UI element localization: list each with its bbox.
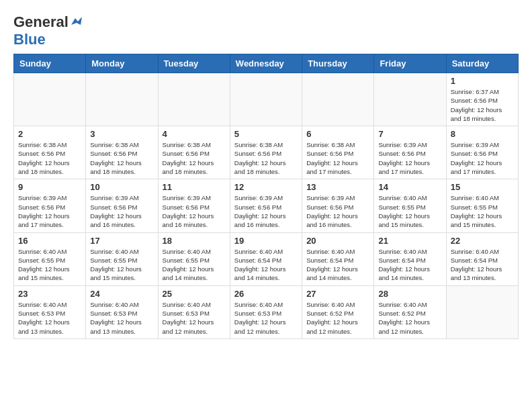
day-number: 2 [18, 129, 81, 139]
day-info: Sunrise: 6:40 AM Sunset: 6:53 PM Dayligh… [90, 300, 153, 336]
calendar-week-row: 23Sunrise: 6:40 AM Sunset: 6:53 PM Dayli… [14, 285, 519, 338]
calendar-cell [302, 73, 374, 126]
day-info: Sunrise: 6:38 AM Sunset: 6:56 PM Dayligh… [306, 140, 369, 176]
calendar-cell [86, 73, 158, 126]
day-info: Sunrise: 6:40 AM Sunset: 6:55 PM Dayligh… [163, 247, 226, 283]
calendar-cell: 25Sunrise: 6:40 AM Sunset: 6:53 PM Dayli… [158, 285, 230, 338]
day-number: 17 [90, 236, 153, 246]
day-number: 1 [451, 76, 514, 86]
day-info: Sunrise: 6:39 AM Sunset: 6:56 PM Dayligh… [18, 193, 81, 229]
calendar-cell [158, 73, 230, 126]
day-info: Sunrise: 6:39 AM Sunset: 6:56 PM Dayligh… [451, 140, 514, 176]
day-number: 18 [163, 236, 226, 246]
day-info: Sunrise: 6:40 AM Sunset: 6:54 PM Dayligh… [378, 247, 441, 283]
day-number: 28 [378, 289, 441, 299]
day-info: Sunrise: 6:39 AM Sunset: 6:56 PM Dayligh… [163, 193, 226, 229]
day-info: Sunrise: 6:38 AM Sunset: 6:56 PM Dayligh… [234, 140, 298, 176]
calendar-cell: 4Sunrise: 6:38 AM Sunset: 6:56 PM Daylig… [158, 126, 230, 179]
calendar-cell: 24Sunrise: 6:40 AM Sunset: 6:53 PM Dayli… [86, 285, 158, 338]
calendar-week-row: 1Sunrise: 6:37 AM Sunset: 6:56 PM Daylig… [14, 73, 519, 126]
calendar-cell [14, 73, 86, 126]
day-number: 4 [163, 129, 226, 139]
svg-marker-0 [71, 17, 82, 25]
calendar-header-monday: Monday [86, 54, 158, 73]
day-number: 12 [234, 182, 298, 192]
day-info: Sunrise: 6:38 AM Sunset: 6:56 PM Dayligh… [90, 140, 153, 176]
calendar: SundayMondayTuesdayWednesdayThursdayFrid… [13, 54, 519, 339]
calendar-header-tuesday: Tuesday [158, 54, 230, 73]
calendar-cell: 27Sunrise: 6:40 AM Sunset: 6:52 PM Dayli… [302, 285, 374, 338]
logo: General Blue [13, 13, 83, 48]
calendar-cell: 19Sunrise: 6:40 AM Sunset: 6:54 PM Dayli… [230, 232, 302, 285]
day-info: Sunrise: 6:38 AM Sunset: 6:56 PM Dayligh… [163, 140, 226, 176]
calendar-week-row: 16Sunrise: 6:40 AM Sunset: 6:55 PM Dayli… [14, 232, 519, 285]
day-info: Sunrise: 6:39 AM Sunset: 6:56 PM Dayligh… [234, 193, 298, 229]
calendar-cell: 12Sunrise: 6:39 AM Sunset: 6:56 PM Dayli… [230, 179, 302, 232]
calendar-cell: 7Sunrise: 6:39 AM Sunset: 6:56 PM Daylig… [374, 126, 446, 179]
day-info: Sunrise: 6:40 AM Sunset: 6:54 PM Dayligh… [234, 247, 298, 283]
calendar-week-row: 2Sunrise: 6:38 AM Sunset: 6:56 PM Daylig… [14, 126, 519, 179]
calendar-cell [230, 73, 302, 126]
day-number: 26 [234, 289, 298, 299]
calendar-cell: 17Sunrise: 6:40 AM Sunset: 6:55 PM Dayli… [86, 232, 158, 285]
calendar-cell: 3Sunrise: 6:38 AM Sunset: 6:56 PM Daylig… [86, 126, 158, 179]
calendar-cell: 14Sunrise: 6:40 AM Sunset: 6:55 PM Dayli… [374, 179, 446, 232]
day-info: Sunrise: 6:40 AM Sunset: 6:53 PM Dayligh… [234, 300, 298, 336]
day-number: 16 [18, 236, 81, 246]
day-info: Sunrise: 6:40 AM Sunset: 6:55 PM Dayligh… [90, 247, 153, 283]
calendar-cell: 28Sunrise: 6:40 AM Sunset: 6:52 PM Dayli… [374, 285, 446, 338]
calendar-cell: 22Sunrise: 6:40 AM Sunset: 6:54 PM Dayli… [446, 232, 518, 285]
day-number: 23 [18, 289, 81, 299]
day-info: Sunrise: 6:40 AM Sunset: 6:54 PM Dayligh… [451, 247, 514, 283]
calendar-cell: 21Sunrise: 6:40 AM Sunset: 6:54 PM Dayli… [374, 232, 446, 285]
calendar-cell: 10Sunrise: 6:39 AM Sunset: 6:56 PM Dayli… [86, 179, 158, 232]
logo-general: General [13, 13, 69, 31]
day-number: 5 [234, 129, 298, 139]
calendar-cell: 5Sunrise: 6:38 AM Sunset: 6:56 PM Daylig… [230, 126, 302, 179]
calendar-cell: 1Sunrise: 6:37 AM Sunset: 6:56 PM Daylig… [446, 73, 518, 126]
logo-bird-icon [70, 15, 83, 29]
calendar-cell [374, 73, 446, 126]
day-number: 19 [234, 236, 298, 246]
day-info: Sunrise: 6:39 AM Sunset: 6:56 PM Dayligh… [378, 140, 441, 176]
day-number: 7 [378, 129, 441, 139]
day-number: 11 [163, 182, 226, 192]
day-number: 22 [451, 236, 514, 246]
calendar-header-row: SundayMondayTuesdayWednesdayThursdayFrid… [14, 54, 519, 73]
day-info: Sunrise: 6:40 AM Sunset: 6:52 PM Dayligh… [306, 300, 369, 336]
day-number: 14 [378, 182, 441, 192]
day-number: 27 [306, 289, 369, 299]
day-info: Sunrise: 6:40 AM Sunset: 6:53 PM Dayligh… [18, 300, 81, 336]
day-info: Sunrise: 6:39 AM Sunset: 6:56 PM Dayligh… [306, 193, 369, 229]
calendar-cell: 15Sunrise: 6:40 AM Sunset: 6:55 PM Dayli… [446, 179, 518, 232]
calendar-cell: 13Sunrise: 6:39 AM Sunset: 6:56 PM Dayli… [302, 179, 374, 232]
day-number: 20 [306, 236, 369, 246]
day-number: 21 [378, 236, 441, 246]
calendar-cell [446, 285, 518, 338]
day-info: Sunrise: 6:37 AM Sunset: 6:56 PM Dayligh… [451, 87, 514, 123]
day-number: 10 [90, 182, 153, 192]
day-number: 3 [90, 129, 153, 139]
day-number: 13 [306, 182, 369, 192]
day-number: 24 [90, 289, 153, 299]
day-number: 8 [451, 129, 514, 139]
calendar-header-friday: Friday [374, 54, 446, 73]
day-info: Sunrise: 6:38 AM Sunset: 6:56 PM Dayligh… [18, 140, 81, 176]
day-info: Sunrise: 6:40 AM Sunset: 6:53 PM Dayligh… [163, 300, 226, 336]
calendar-cell: 2Sunrise: 6:38 AM Sunset: 6:56 PM Daylig… [14, 126, 86, 179]
calendar-week-row: 9Sunrise: 6:39 AM Sunset: 6:56 PM Daylig… [14, 179, 519, 232]
calendar-cell: 8Sunrise: 6:39 AM Sunset: 6:56 PM Daylig… [446, 126, 518, 179]
calendar-cell: 6Sunrise: 6:38 AM Sunset: 6:56 PM Daylig… [302, 126, 374, 179]
day-info: Sunrise: 6:40 AM Sunset: 6:55 PM Dayligh… [18, 247, 81, 283]
calendar-cell: 11Sunrise: 6:39 AM Sunset: 6:56 PM Dayli… [158, 179, 230, 232]
day-info: Sunrise: 6:40 AM Sunset: 6:55 PM Dayligh… [378, 193, 441, 229]
calendar-cell: 26Sunrise: 6:40 AM Sunset: 6:53 PM Dayli… [230, 285, 302, 338]
day-number: 15 [451, 182, 514, 192]
calendar-header-wednesday: Wednesday [230, 54, 302, 73]
day-info: Sunrise: 6:39 AM Sunset: 6:56 PM Dayligh… [90, 193, 153, 229]
day-info: Sunrise: 6:40 AM Sunset: 6:52 PM Dayligh… [378, 300, 441, 336]
calendar-cell: 23Sunrise: 6:40 AM Sunset: 6:53 PM Dayli… [14, 285, 86, 338]
calendar-header-saturday: Saturday [446, 54, 518, 73]
calendar-cell: 9Sunrise: 6:39 AM Sunset: 6:56 PM Daylig… [14, 179, 86, 232]
calendar-cell: 20Sunrise: 6:40 AM Sunset: 6:54 PM Dayli… [302, 232, 374, 285]
